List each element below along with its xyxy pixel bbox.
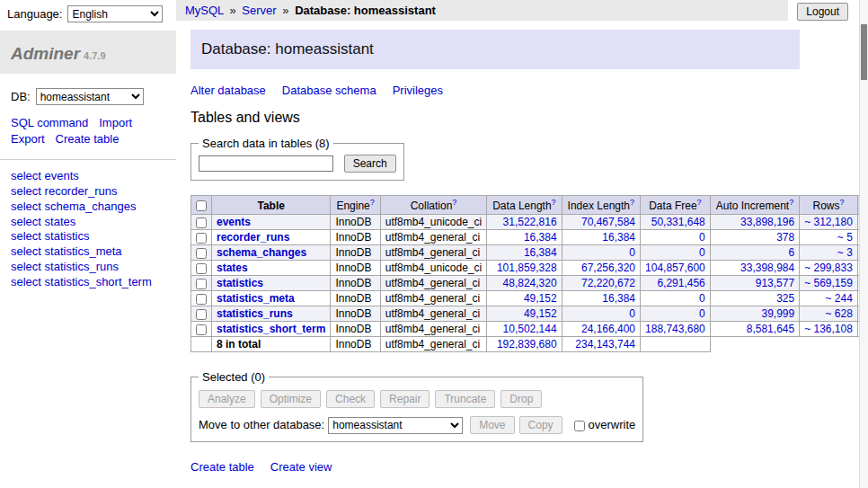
- select-all-checkbox[interactable]: [196, 200, 207, 211]
- vertical-scrollbar[interactable]: [859, 0, 868, 488]
- rows-count-cell[interactable]: ~ 244: [800, 291, 858, 306]
- breadcrumb-link-mysql[interactable]: MySQL: [185, 4, 224, 17]
- column-help-link[interactable]: ?: [552, 198, 556, 207]
- index-length-cell[interactable]: 0: [562, 245, 640, 261]
- sql-command-link[interactable]: SQL command: [11, 116, 88, 129]
- search-button[interactable]: Search: [344, 155, 396, 173]
- row-checkbox[interactable]: [196, 309, 207, 320]
- data-free-cell[interactable]: 0: [641, 245, 711, 261]
- row-checkbox[interactable]: [196, 294, 207, 305]
- table-name-link[interactable]: events: [217, 216, 251, 228]
- export-link[interactable]: Export: [11, 132, 45, 146]
- column-help-link[interactable]: ?: [789, 198, 793, 207]
- rows-count-cell[interactable]: ~ 312,180: [800, 215, 858, 230]
- index-length-cell[interactable]: 70,467,584: [562, 215, 640, 230]
- breadcrumb-link-server[interactable]: Server: [242, 4, 276, 17]
- bulk-action-button[interactable]: Repair: [380, 390, 430, 408]
- data-free-cell[interactable]: 50,331,648: [641, 215, 711, 230]
- index-length-cell[interactable]: 24,166,400: [562, 322, 640, 337]
- data-length-cell[interactable]: 31,522,816: [487, 215, 562, 230]
- create-table-sidebar-link[interactable]: Create table: [56, 132, 120, 146]
- sidebar-table-link[interactable]: select statistics_meta: [11, 244, 165, 259]
- db-select[interactable]: homeassistant: [36, 88, 144, 105]
- rows-count-cell[interactable]: ~ 136,108: [800, 322, 858, 337]
- sidebar-table-link[interactable]: select schema_changes: [11, 200, 165, 214]
- index-length-cell[interactable]: 67,256,320: [562, 261, 640, 276]
- auto-increment-cell[interactable]: 39,999: [710, 306, 799, 322]
- db-action-link[interactable]: Database schema: [282, 84, 376, 97]
- auto-increment-cell[interactable]: 33,398,984: [710, 261, 799, 276]
- logout-button[interactable]: Logout: [797, 3, 848, 21]
- row-checkbox[interactable]: [196, 233, 207, 244]
- language-select[interactable]: English: [67, 5, 163, 22]
- search-input[interactable]: [199, 155, 333, 172]
- sidebar-table-link[interactable]: select statistics: [11, 229, 165, 244]
- column-help-link[interactable]: ?: [840, 198, 845, 207]
- column-help-link[interactable]: ?: [630, 198, 634, 207]
- auto-increment-cell[interactable]: 325: [710, 291, 799, 306]
- data-length-cell[interactable]: 49,152: [487, 306, 562, 322]
- data-free-cell[interactable]: 104,857,600: [641, 261, 711, 276]
- column-help-link[interactable]: ?: [697, 198, 702, 207]
- auto-increment-cell[interactable]: 913,577: [710, 276, 799, 291]
- table-name-link[interactable]: statistics_short_term: [217, 323, 325, 335]
- row-checkbox[interactable]: [196, 279, 207, 289]
- bulk-action-button[interactable]: Analyze: [199, 390, 255, 408]
- index-length-cell[interactable]: 16,384: [562, 291, 640, 306]
- sidebar-table-link[interactable]: select statistics_short_term: [11, 275, 165, 289]
- data-length-cell[interactable]: 49,152: [487, 291, 562, 306]
- table-name-link[interactable]: states: [217, 262, 248, 274]
- sidebar-table-link[interactable]: select events: [11, 169, 165, 183]
- sidebar-table-link[interactable]: select recorder_runs: [11, 184, 165, 199]
- rows-count-cell[interactable]: ~ 569,159: [800, 276, 858, 291]
- data-length-cell[interactable]: 16,384: [487, 245, 562, 261]
- db-action-link[interactable]: Alter database: [190, 84, 266, 97]
- auto-increment-cell[interactable]: 8,581,645: [710, 322, 799, 337]
- data-free-cell[interactable]: 6,291,456: [641, 276, 711, 291]
- rows-count-cell[interactable]: ~ 3: [800, 245, 858, 261]
- bulk-action-button[interactable]: Optimize: [261, 390, 321, 408]
- row-checkbox[interactable]: [196, 324, 207, 335]
- data-free-cell[interactable]: 188,743,680: [641, 322, 711, 337]
- row-checkbox[interactable]: [196, 248, 207, 259]
- data-free-cell[interactable]: 0: [641, 291, 711, 306]
- move-button[interactable]: Move: [470, 416, 514, 434]
- create-link[interactable]: Create table: [190, 460, 254, 474]
- table-name-link[interactable]: recorder_runs: [217, 231, 289, 244]
- auto-increment-cell[interactable]: 6: [710, 245, 799, 261]
- table-name-link[interactable]: statistics_runs: [217, 307, 293, 320]
- index-length-cell[interactable]: 0: [562, 306, 640, 322]
- row-checkbox[interactable]: [196, 217, 207, 228]
- create-link[interactable]: Create view: [270, 460, 332, 474]
- data-free-cell[interactable]: 0: [641, 306, 711, 322]
- data-length-cell[interactable]: 10,502,144: [487, 322, 562, 337]
- auto-increment-cell[interactable]: 378: [710, 230, 799, 245]
- index-length-cell[interactable]: 72,220,672: [562, 276, 640, 291]
- copy-button[interactable]: Copy: [519, 416, 562, 434]
- import-link[interactable]: Import: [99, 116, 132, 129]
- rows-count-cell[interactable]: ~ 5: [800, 230, 858, 245]
- table-name-link[interactable]: statistics_meta: [217, 292, 295, 305]
- sidebar-table-link[interactable]: select statistics_runs: [11, 260, 165, 274]
- rows-count-cell[interactable]: ~ 299,833: [800, 261, 858, 276]
- column-help-link[interactable]: ?: [370, 198, 375, 207]
- bulk-action-button[interactable]: Drop: [500, 390, 542, 408]
- column-help-link[interactable]: ?: [452, 198, 456, 207]
- bulk-action-button[interactable]: Truncate: [435, 390, 495, 408]
- data-length-cell[interactable]: 101,859,328: [487, 261, 562, 276]
- rows-count-cell[interactable]: ~ 628: [800, 306, 858, 322]
- data-length-cell[interactable]: 48,824,320: [487, 276, 562, 291]
- bulk-action-button[interactable]: Check: [326, 390, 375, 408]
- scrollbar-thumb[interactable]: [861, 24, 867, 80]
- sidebar-table-link[interactable]: select states: [11, 215, 165, 229]
- auto-increment-cell[interactable]: 33,898,196: [710, 215, 799, 230]
- table-name-link[interactable]: schema_changes: [217, 246, 306, 259]
- data-free-cell[interactable]: 0: [641, 230, 711, 245]
- data-length-cell[interactable]: 16,384: [487, 230, 562, 245]
- overwrite-checkbox[interactable]: [574, 421, 585, 431]
- row-checkbox[interactable]: [196, 263, 207, 274]
- move-db-select[interactable]: homeassistant: [328, 417, 463, 434]
- table-name-link[interactable]: statistics: [217, 277, 263, 289]
- db-action-link[interactable]: Privileges: [393, 84, 443, 97]
- index-length-cell[interactable]: 16,384: [562, 230, 640, 245]
